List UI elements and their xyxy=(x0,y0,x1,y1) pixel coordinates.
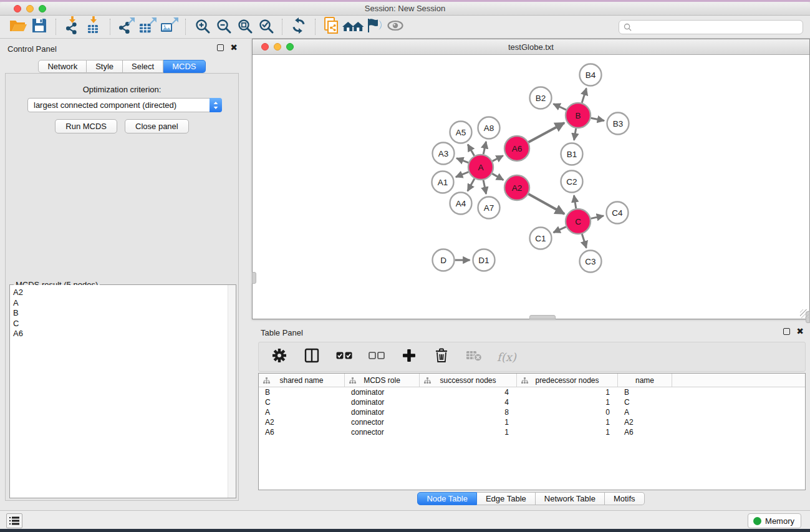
graph-node-B4[interactable]: B4 xyxy=(580,64,602,86)
table-cell[interactable]: dominator xyxy=(345,408,420,417)
table-cell[interactable]: A6 xyxy=(259,428,345,437)
close-panel-icon[interactable]: ✖ xyxy=(230,44,238,51)
result-list-scrollbar[interactable] xyxy=(228,285,236,498)
tab-node-table[interactable]: Node Table xyxy=(417,492,477,505)
tab-network[interactable]: Network xyxy=(38,60,87,73)
delete-column-button[interactable] xyxy=(432,347,451,366)
table-cell[interactable]: dominator xyxy=(345,388,420,397)
clone-network-button[interactable] xyxy=(321,17,342,36)
tab-edge-table[interactable]: Edge Table xyxy=(477,492,536,505)
column-header-MCDS-role[interactable]: MCDS role xyxy=(345,374,420,387)
result-list-item[interactable]: A xyxy=(13,298,236,309)
graph-node-A8[interactable]: A8 xyxy=(478,117,500,139)
table-cell[interactable]: 1 xyxy=(420,418,517,427)
tab-mcds[interactable]: MCDS xyxy=(163,60,205,73)
graph-node-A1[interactable]: A1 xyxy=(432,172,454,193)
graph-node-C1[interactable]: C1 xyxy=(530,228,552,249)
table-close-panel-icon[interactable]: ✖ xyxy=(796,328,804,335)
table-cell[interactable]: A2 xyxy=(618,418,672,427)
graph-node-A4[interactable]: A4 xyxy=(450,193,472,215)
zoom-out-button[interactable] xyxy=(213,17,234,36)
table-row[interactable]: Bdominator41B xyxy=(259,387,805,397)
tab-select[interactable]: Select xyxy=(123,60,163,73)
export-table-button[interactable] xyxy=(137,17,158,36)
graph-node-B2[interactable]: B2 xyxy=(530,87,552,109)
result-list-item[interactable]: A6 xyxy=(13,329,236,339)
memory-button[interactable]: Memory xyxy=(748,513,801,528)
graph-node-B1[interactable]: B1 xyxy=(561,143,583,165)
table-cell[interactable]: 1 xyxy=(517,398,618,407)
table-cell[interactable]: A xyxy=(618,408,672,417)
splitter-grip-left[interactable] xyxy=(252,272,256,284)
select-all-checkboxes-button[interactable] xyxy=(335,347,354,366)
table-row[interactable]: A2connector11A2 xyxy=(259,417,805,427)
search-field[interactable] xyxy=(619,20,803,34)
export-image-button[interactable] xyxy=(158,17,180,36)
add-column-button[interactable] xyxy=(400,347,418,366)
float-panel-icon[interactable] xyxy=(217,44,224,51)
table-cell[interactable]: C xyxy=(618,398,672,407)
table-cell[interactable]: B xyxy=(618,388,672,397)
task-history-button[interactable] xyxy=(6,513,22,528)
graph-node-A7[interactable]: A7 xyxy=(478,197,500,219)
table-cell[interactable]: connector xyxy=(345,418,420,427)
column-header-successor-nodes[interactable]: successor nodes xyxy=(420,374,517,387)
table-cell[interactable]: dominator xyxy=(345,398,420,407)
table-cell[interactable]: 8 xyxy=(420,408,517,417)
graph-node-A[interactable]: A xyxy=(468,155,493,180)
column-header-shared-name[interactable]: shared name xyxy=(259,374,345,387)
result-list-item[interactable]: B xyxy=(13,308,236,319)
apply-layout-button[interactable] xyxy=(288,17,309,36)
table-cell[interactable]: C xyxy=(259,398,345,407)
table-row[interactable]: Cdominator41C xyxy=(259,397,805,407)
table-cell[interactable]: B xyxy=(259,388,345,397)
open-session-button[interactable] xyxy=(7,17,29,36)
show-details-button[interactable] xyxy=(385,17,406,36)
tab-style[interactable]: Style xyxy=(87,60,123,73)
network-canvas[interactable]: B4B2BB3A5A8A6B1A3AA1C2A2A4A7C4CC1C3DD1 xyxy=(253,55,809,319)
graph-node-B3[interactable]: B3 xyxy=(607,113,629,135)
table-cell[interactable]: A6 xyxy=(618,428,672,437)
run-mcds-button[interactable]: Run MCDS xyxy=(55,119,117,133)
table-cell[interactable]: A xyxy=(259,408,345,417)
graph-node-D1[interactable]: D1 xyxy=(473,249,495,271)
table-row[interactable]: Adominator80A xyxy=(259,407,805,417)
import-table-button[interactable] xyxy=(83,17,104,36)
graph-node-A2[interactable]: A2 xyxy=(504,175,529,200)
table-cell[interactable]: 1 xyxy=(517,428,618,437)
close-panel-button[interactable]: Close panel xyxy=(125,119,189,133)
table-float-panel-icon[interactable] xyxy=(783,328,790,335)
splitter-grip-bottom[interactable] xyxy=(529,315,556,319)
home-button[interactable] xyxy=(342,17,364,36)
hide-details-button[interactable] xyxy=(364,17,385,36)
export-network-button[interactable] xyxy=(116,17,137,36)
window-resize-grip[interactable] xyxy=(800,309,809,318)
deselect-all-checkboxes-button[interactable] xyxy=(367,347,386,366)
table-cell[interactable]: 4 xyxy=(420,388,517,397)
graph-node-D[interactable]: D xyxy=(433,249,455,271)
table-cell[interactable]: connector xyxy=(345,428,420,437)
zoom-fit-button[interactable] xyxy=(234,17,255,36)
table-cell[interactable]: 0 xyxy=(517,408,618,417)
import-network-button[interactable] xyxy=(62,17,83,36)
graph-node-C[interactable]: C xyxy=(566,209,591,234)
graph-node-A6[interactable]: A6 xyxy=(504,136,529,161)
table-settings-gear-button[interactable] xyxy=(270,347,289,366)
search-input[interactable] xyxy=(634,22,803,33)
save-session-button[interactable] xyxy=(29,17,50,36)
graph-node-A5[interactable]: A5 xyxy=(450,122,472,143)
result-list-item[interactable]: A2 xyxy=(13,288,236,298)
column-header-name[interactable]: name xyxy=(618,374,672,387)
column-header-predecessor-nodes[interactable]: predecessor nodes xyxy=(517,374,618,387)
table-cell[interactable]: A2 xyxy=(259,418,345,427)
table-cell[interactable]: 1 xyxy=(517,418,618,427)
tab-motifs[interactable]: Motifs xyxy=(605,492,645,505)
graph-node-C3[interactable]: C3 xyxy=(580,251,602,273)
graph-node-A3[interactable]: A3 xyxy=(433,143,455,165)
table-cell[interactable]: 4 xyxy=(420,398,517,407)
table-row[interactable]: A6connector11A6 xyxy=(259,427,805,437)
result-list-item[interactable]: C xyxy=(13,319,236,329)
tab-network-table[interactable]: Network Table xyxy=(536,492,605,505)
graph-node-C4[interactable]: C4 xyxy=(607,202,629,224)
table-cell[interactable]: 1 xyxy=(420,428,517,437)
